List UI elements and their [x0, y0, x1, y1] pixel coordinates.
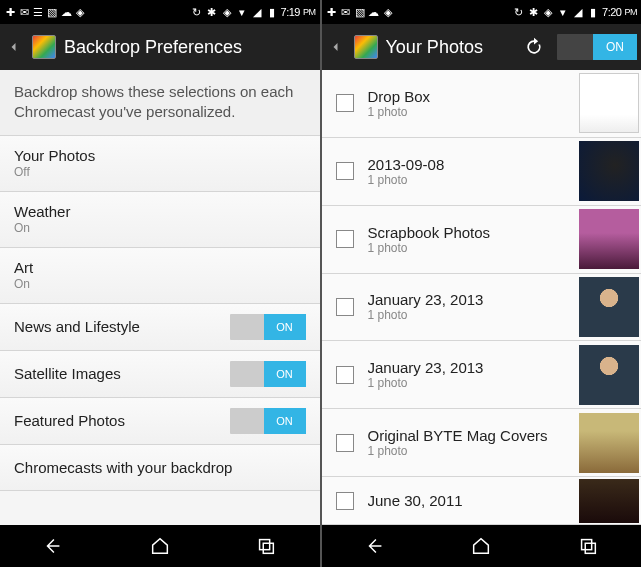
wifi2-icon: ▾ — [236, 6, 248, 18]
album-row[interactable]: January 23, 2013 1 photo — [322, 341, 642, 409]
back-caret-icon[interactable] — [326, 24, 346, 70]
album-row[interactable]: June 30, 2011 — [322, 477, 642, 525]
plus-icon: ✚ — [4, 6, 16, 18]
album-thumbnail — [579, 277, 639, 337]
photos-master-toggle[interactable]: ON — [557, 34, 637, 60]
toggle-satellite[interactable]: ON — [230, 361, 306, 387]
wifi2-icon: ▾ — [557, 6, 569, 18]
album-thumbnail — [579, 345, 639, 405]
svg-rect-2 — [581, 540, 591, 550]
pref-sub: Off — [14, 165, 306, 179]
vibrate-icon: ✱ — [527, 6, 539, 18]
pref-title: Featured Photos — [14, 412, 230, 429]
pref-your-photos[interactable]: Your Photos Off — [0, 136, 320, 192]
album-sub: 1 photo — [368, 173, 574, 187]
album-title: Original BYTE Mag Covers — [368, 427, 574, 444]
check-icon: ◈ — [382, 6, 394, 18]
nav-back-button[interactable] — [350, 533, 400, 559]
box-icon: ▧ — [46, 6, 58, 18]
checkbox[interactable] — [336, 94, 354, 112]
status-bar: ✚ ✉ ▧ ☁ ◈ ↻ ✱ ◈ ▾ ◢ ▮ 7:20 PM — [322, 0, 642, 24]
nav-recent-button[interactable] — [241, 533, 291, 559]
page-title: Backdrop Preferences — [64, 37, 316, 58]
pref-title: Weather — [14, 203, 306, 220]
action-bar: Backdrop Preferences — [0, 24, 320, 70]
wifi-icon: ◈ — [221, 6, 233, 18]
album-row[interactable]: 2013-09-08 1 photo — [322, 138, 642, 206]
album-title: June 30, 2011 — [368, 492, 574, 509]
nav-bar — [322, 525, 642, 567]
chromecast-logo-icon — [32, 35, 56, 59]
clock-ampm: PM — [303, 7, 316, 17]
toggle-news[interactable]: ON — [230, 314, 306, 340]
pref-sub: On — [14, 277, 306, 291]
chromecast-logo-icon — [354, 35, 378, 59]
signal-icon: ◢ — [572, 6, 584, 18]
status-bar: ✚ ✉ ☰ ▧ ☁ ◈ ↻ ✱ ◈ ▾ ◢ ▮ 7:19 PM — [0, 0, 320, 24]
pref-featured[interactable]: Featured Photos ON — [0, 398, 320, 445]
album-row[interactable]: Scrapbook Photos 1 photo — [322, 206, 642, 274]
album-sub: 1 photo — [368, 241, 574, 255]
toggle-featured[interactable]: ON — [230, 408, 306, 434]
refresh-icon: ↻ — [191, 6, 203, 18]
pref-news[interactable]: News and Lifestyle ON — [0, 304, 320, 351]
svg-rect-1 — [264, 543, 274, 553]
toggle-on-label: ON — [264, 408, 306, 434]
pref-chromecasts[interactable]: Chromecasts with your backdrop — [0, 445, 320, 491]
checkbox[interactable] — [336, 434, 354, 452]
svg-rect-3 — [585, 543, 595, 553]
back-caret-icon[interactable] — [4, 24, 24, 70]
toggle-on-label: ON — [264, 361, 306, 387]
pref-sub: On — [14, 221, 306, 235]
album-row[interactable]: Original BYTE Mag Covers 1 photo — [322, 409, 642, 477]
album-title: Drop Box — [368, 88, 574, 105]
checkbox[interactable] — [336, 492, 354, 510]
phone-left: ✚ ✉ ☰ ▧ ☁ ◈ ↻ ✱ ◈ ▾ ◢ ▮ 7:19 PM Backdrop… — [0, 0, 320, 567]
check-icon: ◈ — [74, 6, 86, 18]
album-title: 2013-09-08 — [368, 156, 574, 173]
album-row[interactable]: January 23, 2013 1 photo — [322, 274, 642, 342]
refresh-button[interactable] — [519, 32, 549, 62]
pref-title: News and Lifestyle — [14, 318, 230, 335]
nav-recent-button[interactable] — [563, 533, 613, 559]
action-bar: Your Photos ON — [322, 24, 642, 70]
nav-bar — [0, 525, 320, 567]
nav-home-button[interactable] — [135, 533, 185, 559]
clock-ampm: PM — [625, 7, 638, 17]
checkbox[interactable] — [336, 230, 354, 248]
checkbox[interactable] — [336, 298, 354, 316]
album-sub: 1 photo — [368, 444, 574, 458]
page-title: Your Photos — [386, 37, 512, 58]
album-row[interactable]: Drop Box 1 photo — [322, 70, 642, 138]
album-sub: 1 photo — [368, 308, 574, 322]
album-sub: 1 photo — [368, 105, 574, 119]
pref-title: Satellite Images — [14, 365, 230, 382]
status-left: ✚ ✉ ☰ ▧ ☁ ◈ — [4, 6, 86, 18]
pref-title: Art — [14, 259, 306, 276]
prefs-content: Backdrop shows these selections on each … — [0, 70, 320, 525]
wifi-icon: ◈ — [542, 6, 554, 18]
pref-weather[interactable]: Weather On — [0, 192, 320, 248]
pref-title: Chromecasts with your backdrop — [14, 459, 306, 476]
album-title: January 23, 2013 — [368, 291, 574, 308]
pref-art[interactable]: Art On — [0, 248, 320, 304]
svg-rect-0 — [260, 540, 270, 550]
toggle-on-label: ON — [264, 314, 306, 340]
clock-time: 7:20 — [602, 6, 621, 18]
checkbox[interactable] — [336, 366, 354, 384]
album-thumbnail — [579, 209, 639, 269]
nav-back-button[interactable] — [28, 533, 78, 559]
albums-list[interactable]: Drop Box 1 photo 2013-09-08 1 photo Scra… — [322, 70, 642, 525]
battery-icon: ▮ — [587, 6, 599, 18]
plus-icon: ✚ — [326, 6, 338, 18]
nav-home-button[interactable] — [456, 533, 506, 559]
clock-time: 7:19 — [281, 6, 300, 18]
checkbox[interactable] — [336, 162, 354, 180]
prefs-description: Backdrop shows these selections on each … — [0, 70, 320, 136]
box-icon: ▧ — [354, 6, 366, 18]
pref-satellite[interactable]: Satellite Images ON — [0, 351, 320, 398]
mail-icon: ✉ — [18, 6, 30, 18]
mail-icon: ✉ — [340, 6, 352, 18]
album-title: Scrapbook Photos — [368, 224, 574, 241]
album-sub: 1 photo — [368, 376, 574, 390]
